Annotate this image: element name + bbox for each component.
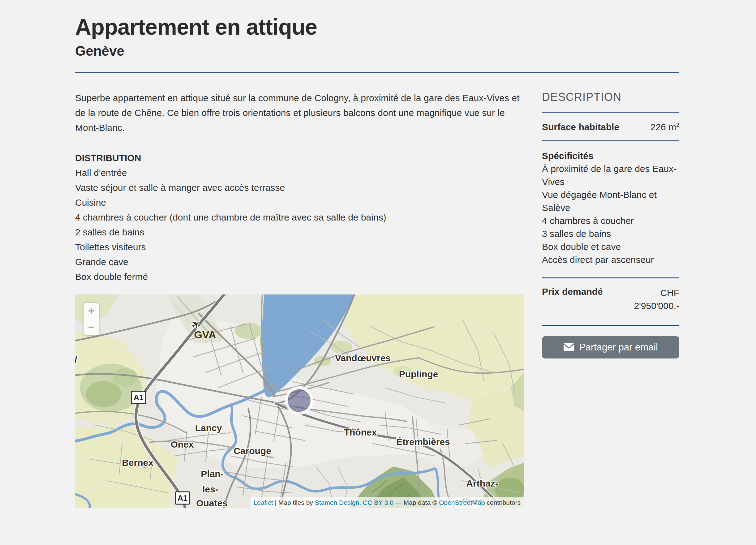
list-item: 2 salles de bains — [75, 225, 524, 240]
map-label: Puplinge — [399, 369, 438, 379]
map[interactable]: ✈ A1 A1 GVA Vandœuvres Puplinge Thônex — [75, 294, 524, 508]
map-label-fragment: / — [75, 355, 77, 365]
leaflet-link[interactable]: Leaflet — [254, 499, 273, 506]
map-marker-circle — [288, 389, 310, 412]
list-item: Box double et cave — [542, 240, 679, 253]
sidebar-divider — [542, 325, 679, 326]
content-columns: Superbe appartement en attique situé sur… — [75, 91, 679, 508]
share-email-label: Partager par email — [579, 342, 658, 353]
map-label: les- — [202, 484, 218, 494]
map-label: GVA — [194, 329, 216, 341]
share-email-button[interactable]: Partager par email — [542, 336, 679, 358]
list-item: Box double fermé — [75, 269, 524, 284]
map-label: Plan- — [201, 469, 223, 479]
surface-value: 226 m2 — [651, 122, 679, 132]
stamen-link[interactable]: Stamen Design — [315, 499, 359, 506]
price-amount: 2'950'000.- — [634, 301, 679, 311]
list-item: Vue dégagée Mont-Blanc et Salève — [542, 188, 679, 214]
attribution-text: Map tiles by — [278, 499, 315, 506]
attribution-text: Map data © — [403, 499, 439, 506]
listing-description: Superbe appartement en attique situé sur… — [75, 91, 524, 135]
map-label: Arthaz- — [466, 478, 498, 488]
page-title: Appartement en attique — [75, 15, 679, 39]
sidebar-divider — [542, 277, 679, 278]
attribution-text: , — [359, 499, 363, 506]
specs-list: À proximité de la gare des Eaux-Vives Vu… — [542, 162, 679, 266]
envelope-icon — [563, 343, 574, 351]
map-label: Lancy — [195, 423, 222, 433]
price-label: Prix demandé — [542, 286, 603, 312]
specs-heading: Spécificités — [542, 149, 679, 162]
map-attribution: Leaflet | Map tiles by Stamen Design, CC… — [251, 497, 524, 508]
sidebar-heading: DESCRIPTION — [542, 91, 679, 104]
sidebar-divider — [542, 112, 679, 113]
road-shield-a1-south: A1 — [175, 492, 190, 504]
map-svg: ✈ A1 A1 GVA Vandœuvres Puplinge Thônex — [75, 294, 524, 508]
map-label: Thônex — [344, 427, 377, 437]
list-item: Toilettes visiteurs — [75, 240, 524, 255]
map-label: Onex — [170, 439, 194, 449]
price-currency: CHF — [660, 288, 679, 298]
surface-label: Surface habitable — [542, 122, 619, 132]
road-shield-a1-north: A1 — [131, 391, 146, 404]
distribution-section: DISTRIBUTION Hall d'entrée Vaste séjour … — [75, 151, 524, 284]
list-item: 3 salles de bains — [542, 227, 679, 240]
list-item: À proximité de la gare des Eaux-Vives — [542, 162, 679, 188]
attribution-text: contributors — [485, 499, 521, 506]
zoom-in-button[interactable]: + — [84, 303, 99, 319]
list-item: 4 chambres à coucher (dont une chambre d… — [75, 210, 524, 225]
map-label: Ouates — [196, 498, 228, 508]
map-label: Étrembières — [396, 437, 450, 447]
attribution-separator: | — [273, 499, 278, 506]
top-divider — [75, 72, 679, 73]
distribution-list: Hall d'entrée Vaste séjour et salle à ma… — [75, 165, 524, 284]
map-label: Carouge — [234, 446, 271, 456]
list-item: Vaste séjour et salle à manger avec accè… — [75, 180, 524, 195]
list-item: Grande cave — [75, 255, 524, 269]
license-link[interactable]: CC BY 3.0 — [363, 499, 393, 506]
map-label: Bernex — [122, 457, 153, 468]
distribution-heading: DISTRIBUTION — [75, 151, 524, 165]
osm-link[interactable]: OpenStreetMap — [439, 499, 485, 506]
sidebar-divider — [542, 140, 679, 141]
list-item: Hall d'entrée — [75, 165, 524, 180]
price-value: CHF 2'950'000.- — [634, 286, 679, 312]
price-row: Prix demandé CHF 2'950'000.- — [542, 286, 679, 312]
main-column: Superbe appartement en attique situé sur… — [75, 91, 524, 508]
surface-row: Surface habitable 226 m2 — [542, 122, 679, 132]
page: Appartement en attique Genève Superbe ap… — [75, 0, 679, 527]
page-subtitle: Genève — [75, 44, 679, 58]
attribution-text: — — [393, 499, 404, 506]
list-item: Accès direct par ascenseur — [542, 253, 679, 266]
zoom-control: + − — [84, 303, 99, 335]
specs-section: Spécificités À proximité de la gare des … — [542, 149, 679, 266]
map-label: Vandœuvres — [335, 353, 391, 363]
list-item: Cuisine — [75, 195, 524, 210]
svg-text:A1: A1 — [178, 494, 187, 502]
map-marker[interactable] — [286, 388, 312, 413]
sidebar: DESCRIPTION Surface habitable 226 m2 Spé… — [542, 91, 679, 358]
list-item: 4 chambres à coucher — [542, 214, 679, 227]
zoom-out-button[interactable]: − — [84, 319, 99, 335]
svg-text:A1: A1 — [134, 393, 144, 402]
